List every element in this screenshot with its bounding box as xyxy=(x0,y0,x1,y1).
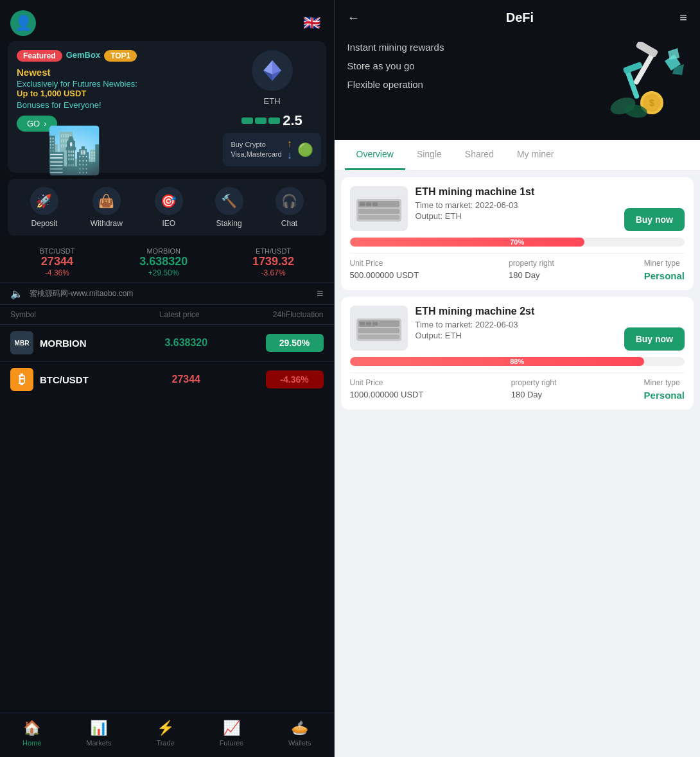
morbion-change: 29.50% xyxy=(266,334,324,352)
stat-miner-type-2: Miner type Personal xyxy=(644,378,685,401)
marquee-bar: 🔈 蜜桃源码网-www.mitaobo.com ≡ xyxy=(0,283,334,305)
table-row[interactable]: ₿ BTC/USDT 27344 -4.36% xyxy=(0,361,334,397)
withdraw-icon: 👜 xyxy=(92,187,121,215)
svg-marker-1 xyxy=(272,60,281,74)
menu-icon[interactable]: ≡ xyxy=(679,10,687,25)
nav-home[interactable]: 🏠 Home xyxy=(22,720,41,747)
morbion-name: MORBION xyxy=(40,338,87,349)
tab-my-miner[interactable]: My miner xyxy=(505,140,566,170)
nav-futures[interactable]: 📈 Futures xyxy=(220,720,243,747)
btc-logo: ₿ xyxy=(10,368,33,391)
stat-unit-price-1: Unit Price 500.000000 USDT xyxy=(350,259,419,281)
hero-features: Instant mining rewards Store as you go F… xyxy=(347,42,444,90)
flag-icon[interactable]: 🇬🇧 xyxy=(301,12,324,35)
defi-header: ← DeFi ≡ xyxy=(335,0,700,35)
chat-action[interactable]: 🎧 Chat xyxy=(276,187,304,228)
left-header: 👤 🇬🇧 xyxy=(0,0,334,41)
banner-illustration: 🏙️ xyxy=(46,128,102,173)
ticker-eth: ETH/USDT 1739.32 -3.67% xyxy=(252,247,294,277)
staking-icon: 🔨 xyxy=(215,187,243,215)
tab-shared[interactable]: Shared xyxy=(453,140,505,170)
stat-unit-price-2: Unit Price 1000.000000 USDT xyxy=(350,378,424,401)
back-button[interactable]: ← xyxy=(347,10,360,25)
speaker-icon: 🔈 xyxy=(10,288,23,300)
banner-amount: Up to 1,000 USDT xyxy=(17,89,222,98)
banner-right: ETH 2.5 Buy CryptoVisa,Mastercard ↑ ↓ 🟢 xyxy=(227,50,317,173)
morbion-logo: MBR xyxy=(10,331,33,354)
nav-wallets-label: Wallets xyxy=(288,739,311,747)
miner-market-1: Time to market: 2022-06-03 xyxy=(416,200,617,210)
coin-info-btc: ₿ BTC/USDT xyxy=(10,368,107,391)
banner-section: Featured GemBox TOP1 Newest Exclusively … xyxy=(8,41,326,173)
quick-actions: 🚀 Deposit 👜 Withdraw 🎯 IEO 🔨 Staking 🎧 C… xyxy=(8,179,326,236)
miner-info-1: ETH mining machine 1st Time to market: 2… xyxy=(416,186,617,222)
svg-rect-26 xyxy=(358,335,399,339)
staking-action[interactable]: 🔨 Staking xyxy=(215,187,243,228)
progress-label-1: 70% xyxy=(510,238,524,246)
gembox-tag: GemBox xyxy=(66,50,100,62)
buy-now-button-1[interactable]: Buy now xyxy=(624,208,685,231)
morbion-price: 3.638320 xyxy=(107,337,266,349)
svg-text:$: $ xyxy=(649,98,654,108)
progress-fill-1 xyxy=(350,238,584,247)
banner-tags: Featured GemBox TOP1 xyxy=(17,50,222,62)
svg-rect-18 xyxy=(358,209,399,214)
crypto-arrows: ↑ ↓ xyxy=(287,138,292,161)
buy-crypto-box: Buy CryptoVisa,Mastercard ↑ ↓ 🟢 xyxy=(223,133,320,166)
bottom-nav: 🏠 Home 📊 Markets ⚡ Trade 📈 Futures 🥧 Wal… xyxy=(0,713,334,757)
banner-newest: Newest xyxy=(17,67,222,78)
featured-tag: Featured xyxy=(17,50,62,62)
banner-bonus: Bonuses for Everyone! xyxy=(17,100,222,110)
futures-icon: 📈 xyxy=(223,720,240,736)
stat-miner-type-1: Miner type Personal xyxy=(644,259,685,281)
home-icon: 🏠 xyxy=(23,720,40,736)
svg-marker-9 xyxy=(668,48,679,60)
tab-overview[interactable]: Overview xyxy=(345,140,405,170)
ticker-btc: BTC/USDT 27344 -4.36% xyxy=(39,247,74,277)
table-row[interactable]: MBR MORBION 3.638320 29.50% xyxy=(0,324,334,361)
miner-output-2: Output: ETH xyxy=(416,331,617,340)
stat-property-right-2: property right 180 Day xyxy=(511,378,557,401)
marquee-text: 蜜桃源码网-www.mitaobo.com xyxy=(30,288,310,299)
nav-wallets[interactable]: 🥧 Wallets xyxy=(288,720,311,747)
mining-card-2: ETH mining machine 2st Time to market: 2… xyxy=(341,297,694,410)
avatar-icon[interactable]: 👤 xyxy=(10,10,36,36)
chat-icon: 🎧 xyxy=(276,187,304,215)
withdraw-label: Withdraw xyxy=(91,219,123,228)
btc-price: 27344 xyxy=(107,374,266,385)
banner-subtitle: Exclusively for Futures Newbies: xyxy=(17,79,222,89)
svg-rect-19 xyxy=(358,215,399,220)
eth-score: 2.5 xyxy=(283,112,302,129)
hero-feature-2: Store as you go xyxy=(347,60,444,71)
hamburger-icon[interactable]: ≡ xyxy=(317,287,324,300)
chat-label: Chat xyxy=(281,219,297,228)
btc-change: -4.36% xyxy=(266,370,324,388)
withdraw-action[interactable]: 👜 Withdraw xyxy=(91,187,123,228)
top1-tag: TOP1 xyxy=(104,50,137,62)
buy-now-button-2[interactable]: Buy now xyxy=(624,327,685,351)
nav-markets[interactable]: 📊 Markets xyxy=(86,720,111,747)
ieo-icon: 🎯 xyxy=(155,187,183,215)
deposit-icon: 🚀 xyxy=(30,187,58,215)
card-top-1: ETH mining machine 1st Time to market: 2… xyxy=(350,186,685,231)
defi-tabs: Overview Single Shared My miner xyxy=(335,140,700,171)
svg-rect-25 xyxy=(358,328,399,333)
defi-hero: Instant mining rewards Store as you go F… xyxy=(335,35,700,140)
miner-name-2: ETH mining machine 2st xyxy=(416,306,617,317)
nav-trade-label: Trade xyxy=(156,739,174,747)
nav-trade[interactable]: ⚡ Trade xyxy=(156,720,174,747)
market-table: Symbol Latest price 24hFluctuation MBR M… xyxy=(0,305,334,713)
coin-info-morbion: MBR MORBION xyxy=(10,331,107,354)
tab-single[interactable]: Single xyxy=(405,140,453,170)
mining-card-1: ETH mining machine 1st Time to market: 2… xyxy=(341,177,694,290)
hero-feature-3: Flexible operation xyxy=(347,79,444,90)
ticker-morbion: MORBION 3.638320 +29.50% xyxy=(139,247,188,277)
svg-rect-28 xyxy=(366,322,371,326)
stat-property-right-1: property right 180 Day xyxy=(509,259,554,281)
btc-name: BTC/USDT xyxy=(40,374,89,385)
wallets-icon: 🥧 xyxy=(291,720,308,736)
markets-icon: 📊 xyxy=(90,720,107,736)
progress-bar-1: 70% xyxy=(350,238,685,247)
ieo-action[interactable]: 🎯 IEO xyxy=(155,187,183,228)
deposit-action[interactable]: 🚀 Deposit xyxy=(30,187,58,228)
